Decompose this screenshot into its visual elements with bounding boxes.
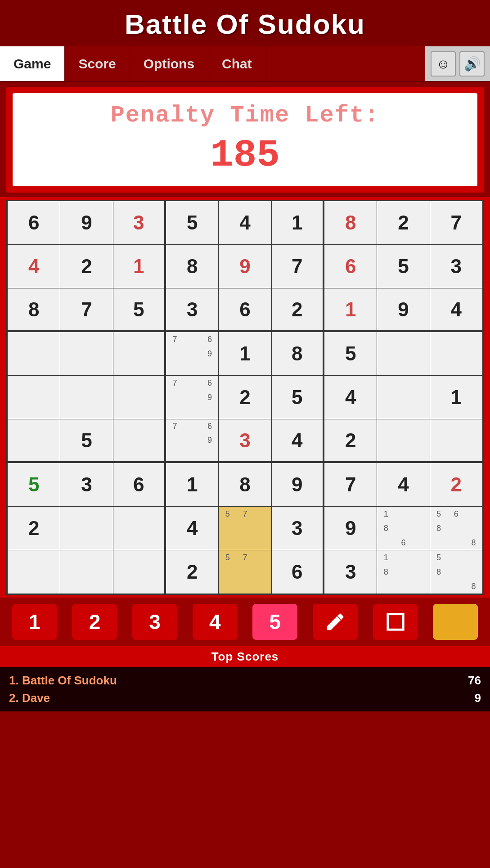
cell[interactable] — [60, 507, 112, 550]
cell[interactable]: 769 — [166, 419, 218, 463]
cell[interactable]: 8 — [324, 201, 377, 244]
cell[interactable]: 2 — [219, 376, 271, 419]
cell[interactable]: 6 — [219, 288, 271, 332]
cell[interactable]: 5 — [60, 419, 112, 463]
cell[interactable]: 8 — [272, 332, 324, 375]
color-button[interactable] — [433, 604, 478, 640]
cell[interactable]: 186 — [377, 507, 429, 550]
cell[interactable]: 3 — [113, 201, 166, 244]
cell[interactable]: 6 — [8, 201, 60, 244]
cell[interactable]: 5 — [166, 201, 218, 244]
cell[interactable]: 5 — [8, 463, 60, 506]
sudoku-grid: 6935418274218976538753621947691857692541… — [6, 200, 484, 595]
cell[interactable] — [60, 550, 112, 594]
cell[interactable]: 4 — [166, 507, 218, 550]
cell[interactable]: 2 — [166, 550, 218, 594]
cell[interactable]: 1 — [324, 288, 377, 332]
cell[interactable]: 3 — [324, 550, 377, 594]
cell[interactable]: 8 — [8, 288, 60, 332]
top-scores-label: Top Scores — [0, 646, 490, 667]
cell[interactable]: 4 — [377, 463, 429, 506]
cell[interactable] — [60, 376, 112, 419]
cell[interactable]: 5 — [113, 288, 166, 332]
cell[interactable]: 9 — [219, 245, 271, 288]
cell[interactable]: 3 — [272, 507, 324, 550]
cell[interactable]: 9 — [324, 507, 377, 550]
cell[interactable]: 2 — [60, 245, 112, 288]
number-3-button[interactable]: 3 — [132, 604, 177, 640]
cell[interactable]: 9 — [272, 463, 324, 506]
number-2-button[interactable]: 2 — [72, 604, 117, 640]
cell[interactable] — [8, 376, 60, 419]
cell[interactable]: 57 — [219, 507, 271, 550]
cell[interactable]: 1 — [272, 201, 324, 244]
cell[interactable]: 5688 — [430, 507, 482, 550]
cell[interactable]: 2 — [430, 463, 482, 506]
cell[interactable]: 4 — [430, 288, 482, 332]
sound-button[interactable]: 🔊 — [459, 51, 485, 76]
cell[interactable]: 769 — [166, 376, 218, 419]
cell[interactable]: 4 — [324, 376, 377, 419]
cell[interactable]: 7 — [60, 288, 112, 332]
cell[interactable]: 3 — [219, 419, 271, 463]
cell[interactable]: 2 — [272, 288, 324, 332]
cell[interactable]: 7 — [324, 463, 377, 506]
number-5-button[interactable]: 5 — [252, 604, 297, 640]
cell[interactable] — [430, 332, 482, 375]
pencil-button[interactable] — [313, 604, 358, 640]
score-row-2: 2. Dave 9 — [9, 689, 481, 707]
tab-options[interactable]: Options — [130, 46, 208, 81]
cell[interactable]: 2 — [324, 419, 377, 463]
cell[interactable]: 8 — [219, 463, 271, 506]
cell[interactable]: 3 — [166, 288, 218, 332]
cell[interactable]: 7 — [272, 245, 324, 288]
cell[interactable] — [8, 332, 60, 375]
cell[interactable]: 6 — [324, 245, 377, 288]
cell[interactable] — [377, 419, 429, 463]
emoji-button[interactable]: ☺ — [431, 51, 456, 76]
cell[interactable] — [113, 332, 166, 375]
cell[interactable] — [8, 550, 60, 594]
tab-score[interactable]: Score — [65, 46, 130, 81]
cell[interactable]: 4 — [272, 419, 324, 463]
number-4-button[interactable]: 4 — [193, 604, 238, 640]
cell[interactable] — [113, 376, 166, 419]
cell[interactable]: 5 — [324, 332, 377, 375]
cell[interactable]: 1 — [113, 245, 166, 288]
cell[interactable] — [377, 376, 429, 419]
cell[interactable]: 5 — [272, 376, 324, 419]
cell[interactable]: 9 — [60, 201, 112, 244]
cell[interactable]: 1 — [219, 332, 271, 375]
cell[interactable] — [8, 419, 60, 463]
scores-list: 1. Battle Of Sudoku 76 2. Dave 9 — [0, 667, 490, 711]
cell[interactable]: 2 — [8, 507, 60, 550]
cell[interactable]: 1 — [166, 463, 218, 506]
cell[interactable] — [113, 507, 166, 550]
bottom-toolbar: 1 2 3 4 5 — [0, 598, 490, 646]
number-1-button[interactable]: 1 — [12, 604, 57, 640]
cell[interactable]: 6 — [113, 463, 166, 506]
square-button[interactable] — [373, 604, 418, 640]
tab-game[interactable]: Game — [0, 46, 65, 81]
cell[interactable] — [113, 550, 166, 594]
cell[interactable] — [377, 332, 429, 375]
cell[interactable]: 588 — [430, 550, 482, 594]
cell[interactable]: 4 — [219, 201, 271, 244]
cell[interactable]: 6 — [272, 550, 324, 594]
cell[interactable] — [113, 419, 166, 463]
cell[interactable]: 3 — [430, 245, 482, 288]
cell[interactable] — [430, 419, 482, 463]
cell[interactable]: 2 — [377, 201, 429, 244]
cell[interactable]: 5 — [377, 245, 429, 288]
cell[interactable]: 9 — [377, 288, 429, 332]
cell[interactable]: 8 — [166, 245, 218, 288]
cell[interactable]: 4 — [8, 245, 60, 288]
cell[interactable]: 7 — [430, 201, 482, 244]
tab-chat[interactable]: Chat — [208, 46, 266, 81]
cell[interactable]: 3 — [60, 463, 112, 506]
cell[interactable] — [60, 332, 112, 375]
cell[interactable]: 18 — [377, 550, 429, 594]
cell[interactable]: 769 — [166, 332, 218, 375]
cell[interactable]: 57 — [219, 550, 271, 594]
cell[interactable]: 1 — [430, 376, 482, 419]
